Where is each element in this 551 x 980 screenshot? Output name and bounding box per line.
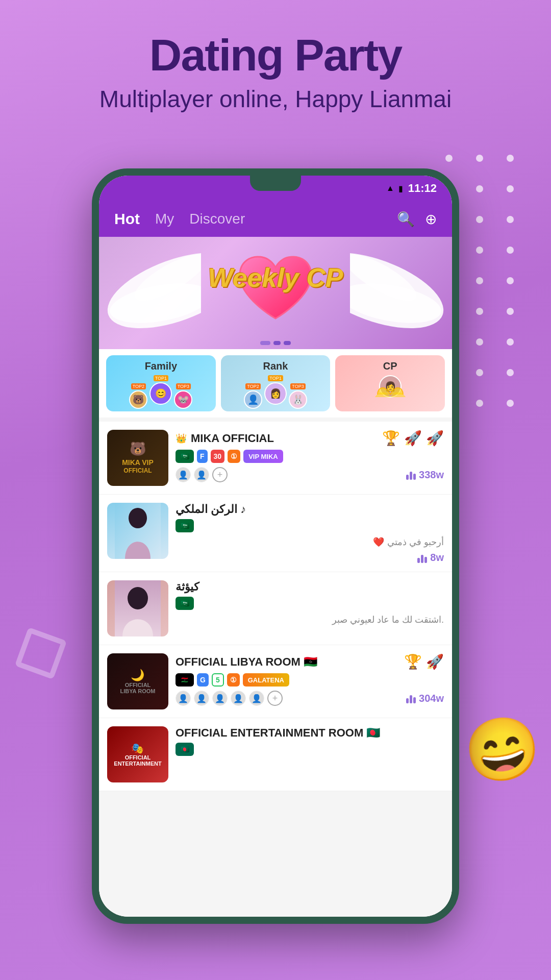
- room-item-entertainment[interactable]: 🎭 OFFICIAL ENTERTAINMENT OFFICIAL ENTERT…: [99, 718, 452, 791]
- room-title-libya: OFFICIAL LIBYA ROOM 🇱🇾: [176, 655, 317, 669]
- flag-sa-badge-kyouta: 🇸🇦: [176, 597, 194, 610]
- category-row: Family TOP2 🐻 TOP1 😊 TOP3: [99, 349, 452, 418]
- views-count-arabic: 8w: [430, 552, 444, 564]
- member-plus-libya: +: [267, 691, 283, 706]
- cp-avatars: 👩: [379, 375, 402, 398]
- room-info-libya: OFFICIAL LIBYA ROOM 🇱🇾 🏆🚀 🇱🇾 G 5 ①: [176, 653, 444, 706]
- nav-item-hot[interactable]: Hot: [114, 210, 140, 228]
- member-avatar: 👤: [231, 691, 246, 706]
- room-title-arabic: ♪ الركن الملكي: [176, 503, 246, 516]
- svg-point-19: [476, 338, 483, 346]
- room-thumb-kyouta: [107, 580, 168, 636]
- svg-point-11: [507, 247, 514, 254]
- header: Dating Party Multiplayer online, Happy L…: [0, 31, 551, 113]
- page-title: Dating Party: [0, 31, 551, 80]
- status-icons: ▲ ▮: [386, 184, 403, 193]
- views-icon-arabic: [417, 553, 427, 563]
- badge-30: 30: [211, 450, 225, 463]
- svg-point-20: [507, 338, 514, 346]
- svg-point-25: [476, 400, 483, 407]
- svg-point-0: [445, 155, 453, 162]
- gift-icons-libya: 🏆🚀: [399, 653, 444, 670]
- room-views-mika: 338w: [406, 469, 444, 481]
- room-item-kyouta[interactable]: كيؤثة 🇸🇦 .اشتقت لك ما عاد لعيوني صبر: [99, 572, 452, 645]
- banner-dot-3: [284, 341, 291, 345]
- member-avatar: 👤: [212, 691, 228, 706]
- badge-1: ①: [228, 450, 240, 463]
- badge-5: 5: [212, 673, 224, 687]
- wing-left-icon: [99, 252, 201, 329]
- member-plus: +: [212, 467, 228, 482]
- room-badges-entertainment: 🇧🇩: [176, 743, 444, 756]
- member-avatar: 👤: [176, 691, 191, 706]
- banner[interactable]: Weekly CP: [99, 237, 452, 349]
- room-members-mika: 👤 👤 +: [176, 467, 228, 482]
- content-area: Weekly CP: [99, 237, 452, 917]
- battery-icon: ▮: [398, 184, 403, 193]
- svg-point-37: [128, 587, 148, 609]
- banner-dot-1: [260, 341, 270, 345]
- signal-icon: ▲: [386, 184, 394, 193]
- svg-point-10: [476, 247, 483, 254]
- room-members-libya: 👤 👤 👤 👤 👤 +: [176, 691, 283, 706]
- category-family[interactable]: Family TOP2 🐻 TOP1 😊 TOP3: [106, 355, 216, 411]
- room-title-mika: MIKA OFFICIAL: [191, 432, 274, 445]
- family-avatars: TOP2 🐻 TOP1 😊 TOP3 🐭: [129, 375, 192, 409]
- room-desc-arabic: أرحبو في ذمتي ❤️: [176, 536, 444, 548]
- views-icon: [406, 470, 416, 480]
- banner-title: Weekly CP: [208, 262, 343, 293]
- member-avatar: 👤: [249, 691, 264, 706]
- cp-wings-icon: [375, 382, 406, 407]
- badge-vip-mika: VIP MIKA: [243, 450, 283, 463]
- room-thumb-libya: 🌙 OFFICIAL LIBYA ROOM: [107, 653, 168, 709]
- room-info-kyouta: كيؤثة 🇸🇦 .اشتقت لك ما عاد لعيوني صبر: [176, 580, 444, 625]
- room-info-mika: 👑 MIKA OFFICIAL 🏆🚀🚀 🇸🇦 F 30 ①: [176, 430, 444, 482]
- room-title-kyouta: كيؤثة: [176, 580, 199, 594]
- member-avatar: 👤: [194, 467, 209, 482]
- room-info-entertainment: OFFICIAL ENTERTAINMENT ROOM 🇧🇩 🇧🇩: [176, 726, 444, 760]
- badge-g: G: [197, 673, 209, 687]
- room-badges-arabic: 🇸🇦: [176, 519, 444, 532]
- nav-actions: 🔍 ⊕: [397, 211, 437, 228]
- member-avatar: 👤: [194, 691, 209, 706]
- gift-icons: 🏆🚀🚀: [377, 430, 444, 447]
- nav-item-my[interactable]: My: [155, 211, 174, 227]
- room-item-arabic[interactable]: ♪ الركن الملكي 🇸🇦 أرحبو في ذمتي ❤️: [99, 495, 452, 572]
- page-subtitle: Multiplayer online, Happy Lianmai: [0, 85, 551, 113]
- emoji-decoration: 😄: [459, 708, 546, 792]
- svg-point-2: [507, 155, 514, 162]
- category-cp[interactable]: CP 👩: [335, 355, 445, 411]
- svg-point-35: [129, 508, 147, 528]
- svg-point-17: [507, 308, 514, 315]
- crown-icon: 👑: [176, 433, 187, 444]
- room-item-libya[interactable]: 🌙 OFFICIAL LIBYA ROOM OFFICIAL LIBYA ROO…: [99, 645, 452, 718]
- svg-point-26: [507, 400, 514, 407]
- category-family-label: Family: [145, 360, 177, 372]
- views-count-libya: 304w: [419, 693, 444, 704]
- room-badges-libya: 🇱🇾 G 5 ① GALATENA: [176, 673, 444, 687]
- svg-point-4: [476, 185, 483, 192]
- room-title-entertainment: OFFICIAL ENTERTAINMENT ROOM 🇧🇩: [176, 726, 380, 740]
- room-list: 🐻 MIKA VIP OFFICIAL 👑 MIKA OFFICIAL 🏆🚀🚀: [99, 422, 452, 791]
- room-thumb-arabic: [107, 503, 168, 559]
- svg-point-5: [507, 185, 514, 192]
- svg-point-22: [476, 369, 483, 376]
- flag-bd-badge: 🇧🇩: [176, 743, 194, 756]
- svg-point-7: [476, 216, 483, 223]
- room-views-libya: 304w: [406, 693, 444, 704]
- room-thumb-mika: 🐻 MIKA VIP OFFICIAL: [107, 430, 168, 486]
- room-badges-mika: 🇸🇦 F 30 ① VIP MIKA: [176, 450, 444, 463]
- category-rank-label: Rank: [263, 360, 288, 372]
- badge-galatena: GALATENA: [243, 673, 289, 687]
- badge-1-libya: ①: [227, 673, 240, 687]
- room-info-arabic: ♪ الركن الملكي 🇸🇦 أرحبو في ذمتي ❤️: [176, 503, 444, 564]
- banner-dot-2: [273, 341, 281, 345]
- category-rank[interactable]: Rank TOP2 👤 TOP1 👩 TOP3: [221, 355, 331, 411]
- add-room-icon[interactable]: ⊕: [425, 211, 437, 228]
- flag-ly-badge: 🇱🇾: [176, 673, 194, 687]
- member-avatar: 👤: [176, 467, 191, 482]
- search-icon[interactable]: 🔍: [397, 211, 415, 228]
- nav-item-discover[interactable]: Discover: [189, 211, 245, 227]
- room-item-mika[interactable]: 🐻 MIKA VIP OFFICIAL 👑 MIKA OFFICIAL 🏆🚀🚀: [99, 422, 452, 495]
- svg-point-14: [507, 277, 514, 284]
